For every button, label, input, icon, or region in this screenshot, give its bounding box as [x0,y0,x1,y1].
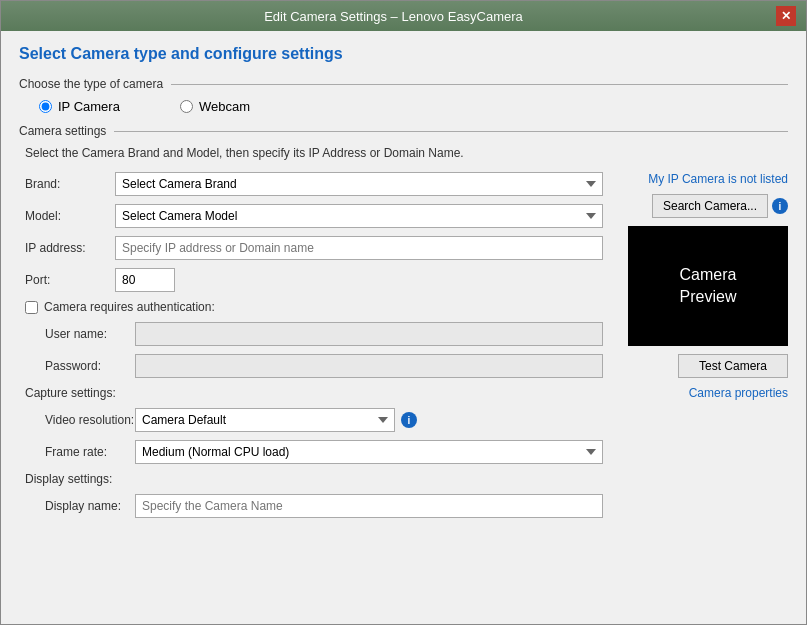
content-area: Select Camera type and configure setting… [1,31,806,624]
video-resolution-select[interactable]: Camera Default 640x480 1280x720 1920x108… [135,408,395,432]
ip-address-input[interactable] [115,236,603,260]
main-window: Edit Camera Settings – Lenovo EasyCamera… [0,0,807,625]
settings-description: Select the Camera Brand and Model, then … [25,146,788,160]
display-name-input[interactable] [135,494,603,518]
ip-address-row: IP address: [25,236,603,260]
auth-checkbox-row: Camera requires authentication: [25,300,603,314]
camera-preview-box: CameraPreview [628,226,788,346]
brand-label: Brand: [25,177,115,191]
port-input[interactable]: 80 [115,268,175,292]
window-title: Edit Camera Settings – Lenovo EasyCamera [11,9,776,24]
video-resolution-row: Video resolution: Camera Default 640x480… [45,408,603,432]
frame-rate-row: Frame rate: Low (Minimal CPU load) Mediu… [45,440,603,464]
camera-type-section: Choose the type of camera IP Camera Webc… [19,77,788,114]
search-camera-row: Search Camera... i [652,194,788,218]
display-name-control [135,494,603,518]
port-row: Port: 80 [25,268,603,292]
auth-checkbox[interactable] [25,301,38,314]
display-fields: Display name: [45,494,603,518]
username-row: User name: [45,322,603,346]
brand-control: Select Camera Brand [115,172,603,196]
webcam-radio[interactable] [180,100,193,113]
display-name-label: Display name: [45,499,135,513]
capture-fields: Video resolution: Camera Default 640x480… [45,408,603,464]
password-input[interactable] [135,354,603,378]
camera-preview-text: CameraPreview [680,264,737,309]
camera-settings-section: Camera settings Select the Camera Brand … [19,124,788,526]
video-resolution-label: Video resolution: [45,413,135,427]
ip-camera-option[interactable]: IP Camera [39,99,120,114]
brand-row: Brand: Select Camera Brand [25,172,603,196]
webcam-label: Webcam [199,99,250,114]
main-layout: Brand: Select Camera Brand Model: [25,172,788,526]
password-control [135,354,603,378]
video-resolution-info-icon[interactable]: i [401,412,417,428]
video-resolution-control: Camera Default 640x480 1280x720 1920x108… [135,408,417,432]
camera-settings-content: Select the Camera Brand and Model, then … [25,146,788,526]
camera-properties-link[interactable]: Camera properties [689,386,788,400]
webcam-option[interactable]: Webcam [180,99,250,114]
search-camera-info-icon[interactable]: i [772,198,788,214]
ip-address-label: IP address: [25,241,115,255]
ip-address-control [115,236,603,260]
ip-camera-radio[interactable] [39,100,52,113]
right-panel: My IP Camera is not listed Search Camera… [613,172,788,526]
test-camera-button[interactable]: Test Camera [678,354,788,378]
search-camera-button[interactable]: Search Camera... [652,194,768,218]
page-title: Select Camera type and configure setting… [19,45,788,63]
password-row: Password: [45,354,603,378]
close-button[interactable]: ✕ [776,6,796,26]
port-label: Port: [25,273,115,287]
frame-rate-select[interactable]: Low (Minimal CPU load) Medium (Normal CP… [135,440,603,464]
model-select[interactable]: Select Camera Model [115,204,603,228]
display-name-row: Display name: [45,494,603,518]
frame-rate-label: Frame rate: [45,445,135,459]
camera-settings-label: Camera settings [19,124,788,138]
capture-settings-label: Capture settings: [25,386,603,400]
camera-type-label: Choose the type of camera [19,77,788,91]
password-label: Password: [45,359,135,373]
not-listed-link[interactable]: My IP Camera is not listed [648,172,788,186]
camera-type-radio-group: IP Camera Webcam [39,99,788,114]
model-label: Model: [25,209,115,223]
frame-rate-control: Low (Minimal CPU load) Medium (Normal CP… [135,440,603,464]
username-label: User name: [45,327,135,341]
title-bar: Edit Camera Settings – Lenovo EasyCamera… [1,1,806,31]
username-input[interactable] [135,322,603,346]
auth-checkbox-label: Camera requires authentication: [44,300,215,314]
left-panel: Brand: Select Camera Brand Model: [25,172,603,526]
brand-select[interactable]: Select Camera Brand [115,172,603,196]
model-control: Select Camera Model [115,204,603,228]
model-row: Model: Select Camera Model [25,204,603,228]
display-settings-label: Display settings: [25,472,603,486]
username-control [135,322,603,346]
ip-camera-label: IP Camera [58,99,120,114]
auth-fields: User name: Password: [45,322,603,378]
